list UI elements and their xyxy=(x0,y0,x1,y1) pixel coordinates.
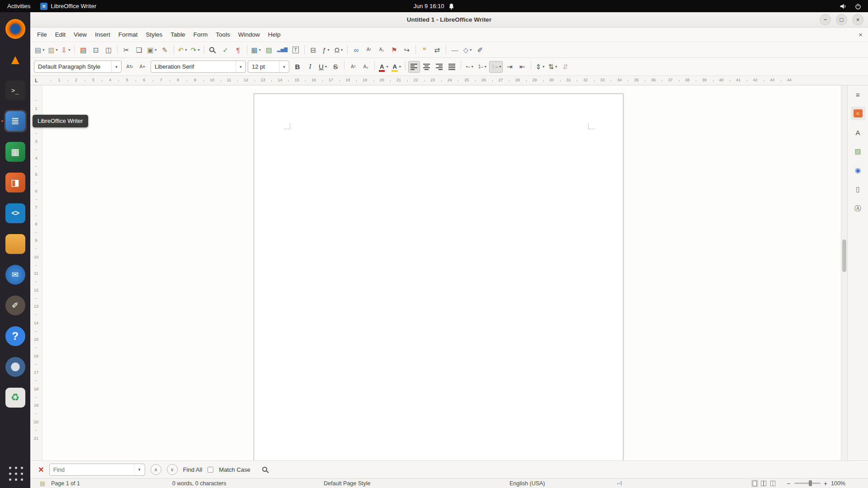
dock-item-settings[interactable] xyxy=(4,356,27,378)
cut[interactable]: ✂ xyxy=(120,44,132,56)
new-document-dropdown[interactable]: ▾ xyxy=(42,48,44,52)
dock-item-terminal[interactable]: >_ xyxy=(4,79,27,102)
close-document-button[interactable]: × xyxy=(859,31,863,38)
new-document[interactable]: ▤▾ xyxy=(33,44,46,56)
dock-item-vscode[interactable]: <> xyxy=(4,202,27,225)
insert-footnote[interactable]: A¹ xyxy=(363,44,375,56)
show-draw-functions[interactable]: ✐ xyxy=(474,44,486,56)
menu-format[interactable]: Format xyxy=(114,28,142,42)
vertical-scrollbar[interactable] xyxy=(841,85,847,460)
close-button[interactable]: × xyxy=(852,14,863,25)
decrease-paragraph-spacing[interactable]: ⇵ xyxy=(559,61,571,73)
focused-app-indicator[interactable]: ≣ LibreOffice Writer xyxy=(40,3,96,10)
insert-field[interactable]: ƒ▾ xyxy=(320,44,332,56)
menu-edit[interactable]: Edit xyxy=(51,28,70,42)
zoom-slider[interactable] xyxy=(794,479,821,488)
word-count-status[interactable]: 0 words, 0 characters xyxy=(172,479,226,488)
copy[interactable]: ❏ xyxy=(133,44,145,56)
menu-form[interactable]: Form xyxy=(189,28,212,42)
menu-insert[interactable]: Insert xyxy=(91,28,114,42)
sidebar-navigator[interactable]: ◉ xyxy=(851,164,865,177)
align-left[interactable] xyxy=(408,61,420,73)
font-name-combo[interactable]: Liberation Serif ▾ xyxy=(151,61,246,73)
track-changes[interactable]: ⇄ xyxy=(431,44,443,56)
dock-item-thunderbird[interactable]: ✉ xyxy=(4,263,27,286)
menu-help[interactable]: Help xyxy=(264,28,285,42)
insert-field-dropdown[interactable]: ▾ xyxy=(328,48,330,52)
new-style[interactable]: A+ xyxy=(137,61,148,73)
find-input[interactable] xyxy=(50,466,134,473)
paragraph-style-dropdown[interactable]: ▾ xyxy=(111,61,121,72)
italic[interactable]: I xyxy=(304,61,316,73)
subscript[interactable]: A₂ xyxy=(360,61,372,73)
tab-stop-selector[interactable]: L xyxy=(30,76,42,85)
sidebar-style-inspector[interactable]: Ⓐ xyxy=(851,202,865,215)
find-next-button[interactable]: ∨ xyxy=(167,464,178,475)
system-status-area[interactable] xyxy=(840,3,868,10)
unordered-list-dropdown[interactable]: ▾ xyxy=(472,65,473,69)
paragraph-style-combo[interactable]: Default Paragraph Style ▾ xyxy=(34,61,122,73)
insert-text-box[interactable]: T xyxy=(290,44,302,56)
zoom-slider-thumb[interactable] xyxy=(809,480,812,486)
dock-item-gimp[interactable]: ✐ xyxy=(4,294,27,317)
zoom-out-button[interactable]: − xyxy=(787,479,790,488)
update-style[interactable]: A↻ xyxy=(124,61,136,73)
find-previous-button[interactable]: ∧ xyxy=(151,464,161,475)
show-applications-button[interactable] xyxy=(7,465,24,482)
increase-indent[interactable]: ⇥ xyxy=(504,61,515,73)
basic-shapes-dropdown[interactable]: ▾ xyxy=(470,48,472,52)
view-layout-multi-page[interactable] xyxy=(760,480,768,487)
insert-hyperlink[interactable]: ∞ xyxy=(350,44,362,56)
insert-comment[interactable]: ❝ xyxy=(419,44,430,56)
dock-item-help[interactable]: ? xyxy=(4,325,27,347)
undo-dropdown[interactable]: ▾ xyxy=(185,48,187,52)
insert-image[interactable]: ▨ xyxy=(263,44,275,56)
font-size-combo[interactable]: 12 pt ▾ xyxy=(248,61,289,73)
menu-window[interactable]: Window xyxy=(234,28,264,42)
match-case-checkbox[interactable] xyxy=(208,467,213,473)
clone-formatting[interactable]: ✎ xyxy=(159,44,171,56)
insert-chart[interactable]: ▂▅▇ xyxy=(276,44,289,56)
zoom-in-button[interactable]: + xyxy=(824,479,827,488)
dock-item-files[interactable] xyxy=(4,233,27,255)
insert-special-character[interactable]: Ω▾ xyxy=(333,44,344,56)
font-size-dropdown[interactable]: ▾ xyxy=(279,61,289,72)
insert-table-dropdown[interactable]: ▾ xyxy=(259,48,261,52)
undo[interactable]: ↶▾ xyxy=(177,44,189,56)
dock-item-vlc[interactable]: ▲ xyxy=(4,48,27,71)
menu-view[interactable]: View xyxy=(70,28,91,42)
insert-endnote[interactable]: A₁ xyxy=(376,44,387,56)
titlebar[interactable]: Untitled 1 - LibreOffice Writer − □ × xyxy=(30,12,868,28)
open-file[interactable]: ▥▾ xyxy=(47,44,59,56)
find-all-button[interactable]: Find All xyxy=(183,466,203,473)
align-center[interactable] xyxy=(421,61,433,73)
bold[interactable]: B xyxy=(292,61,303,73)
unordered-list[interactable]: •‒▾ xyxy=(464,61,476,73)
insert-page-break[interactable]: ⊟ xyxy=(307,44,319,56)
save[interactable]: ⇩▾ xyxy=(60,44,71,56)
save-dropdown[interactable]: ▾ xyxy=(68,48,70,52)
line-spacing-dropdown[interactable]: ▾ xyxy=(542,65,544,69)
sidebar-properties[interactable]: ≡ xyxy=(851,107,865,120)
sidebar-page[interactable]: ▯ xyxy=(851,183,865,196)
close-find-bar-button[interactable]: × xyxy=(38,465,44,474)
dock-item-software[interactable]: ♻ xyxy=(4,386,27,409)
menu-file[interactable]: File xyxy=(33,28,51,42)
dock-item-firefox[interactable] xyxy=(4,18,27,40)
font-name-dropdown[interactable]: ▾ xyxy=(236,61,245,72)
align-right[interactable] xyxy=(434,61,445,73)
clock-menu[interactable]: Jun 9 16:10 xyxy=(414,0,455,12)
highlighting-color-dropdown[interactable]: ▾ xyxy=(399,65,401,69)
language-status[interactable]: English (USA) xyxy=(509,479,545,488)
menu-table[interactable]: Table xyxy=(166,28,189,42)
page-number-status[interactable]: Page 1 of 1 xyxy=(51,479,80,488)
sidebar-gallery[interactable]: ▨ xyxy=(851,145,865,158)
formatting-marks[interactable]: ¶ xyxy=(232,44,244,56)
open-file-dropdown[interactable]: ▾ xyxy=(56,48,57,52)
insert-table[interactable]: ▦▾ xyxy=(250,44,262,56)
zoom-slider-track[interactable] xyxy=(794,483,821,484)
ordered-list[interactable]: 1‒▾ xyxy=(476,61,488,73)
paste-dropdown[interactable]: ▾ xyxy=(155,48,157,52)
dock-item-libreoffice-impress[interactable]: ◨ xyxy=(4,171,27,194)
dock-item-libreoffice-writer[interactable]: ≣ xyxy=(4,110,27,132)
